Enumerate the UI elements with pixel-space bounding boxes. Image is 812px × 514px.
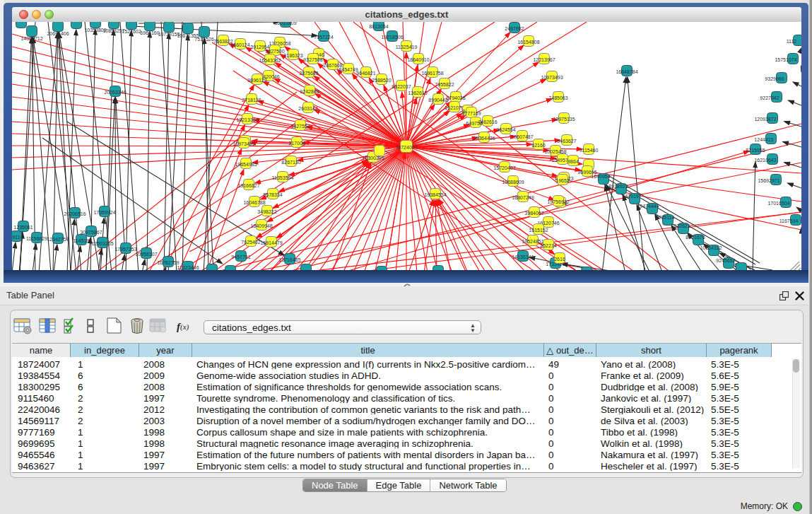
svg-text:16914479: 16914479 [260, 240, 282, 245]
svg-text:7955822: 7955822 [435, 82, 454, 87]
svg-text:8813054: 8813054 [369, 24, 388, 29]
svg-text:12975135: 12975135 [553, 117, 575, 122]
svg-text:17359924: 17359924 [93, 210, 115, 215]
svg-text:10973493: 10973493 [541, 75, 563, 80]
svg-text:114519: 114519 [73, 238, 90, 243]
svg-text:12503135: 12503135 [91, 241, 113, 246]
svg-text:7462616: 7462616 [478, 119, 497, 124]
svg-text:7515526: 7515526 [194, 37, 213, 42]
svg-text:8215955: 8215955 [746, 148, 765, 153]
svg-text:20691406: 20691406 [47, 31, 69, 36]
svg-text:317004: 317004 [288, 141, 305, 146]
svg-text:13716485: 13716485 [278, 257, 300, 262]
svg-text:1235061: 1235061 [13, 225, 33, 230]
svg-text:10973493: 10973493 [233, 141, 254, 146]
svg-text:9245652: 9245652 [716, 258, 735, 263]
svg-text:8267130: 8267130 [281, 160, 300, 165]
svg-text:9327508: 9327508 [303, 57, 322, 62]
svg-text:10025458: 10025458 [544, 149, 566, 154]
svg-text:8938923: 8938923 [608, 184, 628, 189]
svg-text:9660124: 9660124 [230, 42, 249, 47]
svg-text:20053346: 20053346 [104, 90, 126, 95]
svg-text:15692971: 15692971 [758, 178, 779, 183]
svg-text:9896123: 9896123 [247, 78, 266, 83]
svg-text:1244415: 1244415 [754, 137, 773, 142]
svg-text:(x): (x) [180, 322, 189, 332]
svg-text:18807249: 18807249 [512, 195, 534, 200]
svg-text:2616: 2616 [554, 257, 565, 262]
svg-text:16648784: 16648784 [616, 69, 637, 74]
svg-text:19654985: 19654985 [235, 162, 257, 167]
svg-text:8471676: 8471676 [686, 235, 705, 240]
svg-text:1640954: 1640954 [591, 174, 610, 179]
svg-text:16543362: 16543362 [259, 58, 281, 63]
svg-text:7632621: 7632621 [671, 223, 690, 228]
svg-text:1621072: 1621072 [445, 105, 464, 110]
svg-text:3624554: 3624554 [496, 127, 515, 132]
svg-text:15720407: 15720407 [493, 165, 515, 170]
svg-text:7625402: 7625402 [241, 240, 260, 245]
svg-text:19652: 19652 [555, 178, 570, 183]
svg-text:9474444: 9474444 [640, 204, 659, 209]
svg-text:30975867: 30975867 [80, 230, 102, 235]
svg-text:18640910: 18640910 [407, 57, 429, 62]
svg-text:9427552: 9427552 [290, 124, 310, 129]
svg-text:1527602: 1527602 [122, 29, 141, 34]
svg-text:3875685: 3875685 [299, 71, 318, 76]
svg-text:8678334: 8678334 [263, 192, 282, 197]
svg-text:6794028: 6794028 [446, 95, 465, 100]
svg-text:252214: 252214 [540, 243, 556, 248]
svg-text:16210643: 16210643 [754, 158, 776, 163]
svg-text:16782759: 16782759 [157, 260, 179, 265]
svg-text:9457791: 9457791 [231, 255, 250, 259]
svg-text:2487682: 2487682 [505, 26, 524, 31]
svg-text:2603144: 2603144 [298, 106, 317, 111]
svg-text:12213369: 12213369 [236, 117, 258, 122]
svg-text:9864: 9864 [567, 159, 579, 164]
svg-text:18724007: 18724007 [395, 145, 417, 150]
svg-text:9227342: 9227342 [760, 95, 779, 100]
svg-text:1362615: 1362615 [408, 90, 427, 95]
svg-text:2718126: 2718126 [242, 98, 261, 103]
svg-text:19384554: 19384554 [424, 192, 446, 197]
svg-text:1112: 1112 [787, 39, 797, 44]
svg-text:16154808: 16154808 [517, 40, 539, 45]
svg-text:11353594: 11353594 [272, 175, 294, 180]
svg-text:7957224: 7957224 [314, 35, 333, 40]
svg-text:15751074: 15751074 [775, 57, 796, 62]
svg-text:12323446: 12323446 [177, 265, 199, 270]
svg-text:2588520: 2588520 [372, 78, 391, 83]
svg-text:9463627: 9463627 [557, 139, 576, 144]
svg-text:20364436: 20364436 [473, 136, 495, 141]
svg-text:9329966: 9329966 [765, 76, 784, 81]
svg-text:9115460: 9115460 [579, 148, 599, 153]
svg-text:6966160: 6966160 [140, 30, 159, 35]
svg-text:11156829: 11156829 [26, 236, 47, 241]
svg-text:8322037: 8322037 [392, 84, 411, 89]
svg-text:9327500: 9327500 [265, 49, 284, 54]
svg-text:16961758: 16961758 [421, 71, 443, 76]
svg-text:8186323: 8186323 [283, 53, 302, 58]
svg-text:11325419: 11325419 [396, 45, 418, 49]
svg-text:20206516: 20206516 [64, 211, 86, 216]
svg-text:12093872: 12093872 [754, 117, 776, 122]
svg-text:17957253: 17957253 [114, 247, 136, 252]
svg-text:39114: 39114 [12, 235, 23, 240]
svg-text:3498222: 3498222 [257, 209, 276, 214]
svg-text:8454749: 8454749 [339, 67, 358, 72]
svg-text:1167534: 1167534 [779, 218, 799, 223]
svg-text:10688609: 10688609 [502, 180, 524, 185]
svg-text:12213967: 12213967 [533, 57, 555, 62]
svg-text:16046788: 16046788 [243, 200, 265, 205]
svg-text:62160: 62160 [531, 143, 546, 148]
svg-text:19166827: 19166827 [237, 183, 259, 188]
svg-text:17016504: 17016504 [767, 201, 789, 206]
svg-text:14055712: 14055712 [20, 36, 42, 41]
svg-text:10654112: 10654112 [700, 245, 722, 250]
svg-text:1615152: 1615152 [529, 228, 548, 233]
svg-text:16409948: 16409948 [250, 223, 272, 228]
svg-text:12342757: 12342757 [47, 237, 69, 242]
svg-text:14136141: 14136141 [512, 255, 534, 259]
svg-text:3984067: 3984067 [524, 211, 543, 216]
svg-text:8990448: 8990448 [428, 98, 447, 103]
